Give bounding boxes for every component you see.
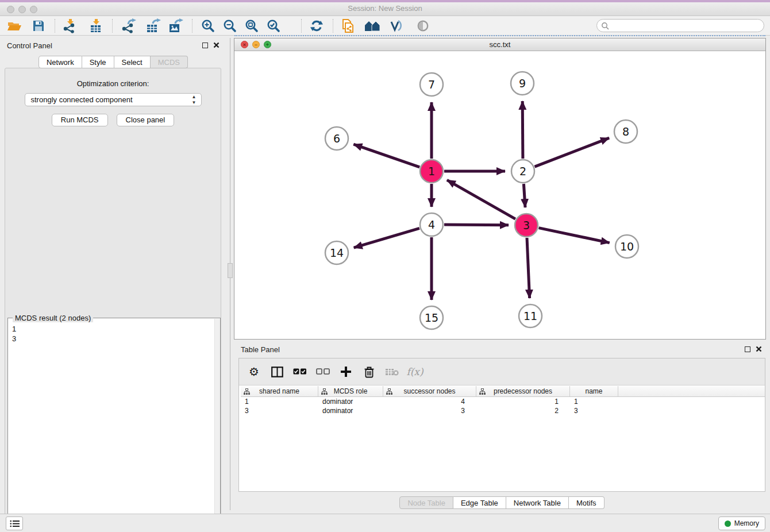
svg-text:11: 11 (523, 310, 537, 322)
criterion-select[interactable]: strongly connected component ▲▼ (25, 93, 202, 106)
memory-button[interactable]: Memory (718, 516, 765, 530)
export-table-icon (145, 18, 161, 33)
tab-mcds[interactable]: MCDS (151, 56, 188, 68)
tab-network[interactable]: Network (38, 56, 82, 68)
clone-network-button[interactable] (337, 17, 359, 34)
export-table-button[interactable] (142, 17, 164, 34)
select-all-columns-button[interactable] (292, 364, 307, 379)
table-toolbar: ⚙ (239, 358, 765, 385)
svg-text:8: 8 (622, 125, 629, 138)
graph-node-14[interactable]: 14 (325, 241, 348, 264)
graph-edge-4-3[interactable] (444, 225, 509, 225)
graph-edge-4-14[interactable] (354, 228, 419, 248)
cell-name[interactable]: 3 (570, 406, 618, 415)
table-panel: Table Panel ⚙ (234, 342, 770, 510)
control-panel-float-icon[interactable] (202, 43, 208, 48)
node-table: shared nameMCDS rolesuccessor nodesprede… (241, 386, 765, 491)
delete-table-icon (385, 367, 399, 376)
select-stepper-icon: ▲▼ (192, 94, 197, 106)
graph-edge-3-11[interactable] (527, 238, 530, 298)
tab-network-table[interactable]: Network Table (506, 496, 569, 509)
task-history-button[interactable] (6, 516, 23, 530)
network-window-title: scc.txt (234, 40, 765, 49)
zoom-selected-button[interactable] (263, 17, 284, 34)
tab-select[interactable]: Select (114, 56, 151, 68)
save-session-button[interactable] (28, 17, 49, 34)
export-network-button[interactable] (117, 17, 139, 34)
open-session-button[interactable] (3, 17, 25, 34)
cell-successor-nodes[interactable]: 4 (383, 397, 476, 406)
floppy-icon (32, 20, 45, 32)
control-panel-close-icon[interactable] (213, 42, 220, 48)
network-canvas[interactable]: 7968124314101511 (234, 51, 765, 339)
graph-node-2[interactable]: 2 (511, 160, 534, 183)
cell-name[interactable]: 1 (570, 397, 618, 406)
tab-edge-table[interactable]: Edge Table (453, 496, 506, 509)
cell-mcds-role[interactable]: dominator (318, 397, 383, 406)
graph-edge-1-6[interactable] (353, 144, 419, 167)
tab-motifs[interactable]: Motifs (569, 496, 605, 509)
cell-shared-name[interactable]: 3 (241, 406, 318, 415)
zoom-out-button[interactable] (219, 17, 241, 34)
column-type-icon (479, 388, 486, 395)
mcds-result-text[interactable]: 1 3 (9, 323, 213, 532)
select-all-icon (293, 368, 307, 375)
network-window-titlebar[interactable]: × − + scc.txt (234, 38, 765, 51)
cell-predecessor-nodes[interactable]: 1 (476, 397, 570, 406)
graph-node-7[interactable]: 7 (420, 73, 443, 96)
tab-node-table[interactable]: Node Table (399, 496, 453, 509)
result-scrollbar[interactable] (214, 319, 220, 532)
trash-icon (364, 366, 375, 378)
column-header-shared-name[interactable]: shared name (241, 386, 318, 396)
run-mcds-button[interactable]: Run MCDS (52, 114, 108, 126)
delete-column-button[interactable] (361, 364, 376, 379)
graph-node-9[interactable]: 9 (511, 72, 534, 95)
hide-graphics-details-button[interactable] (412, 17, 434, 34)
table-panel-close-icon[interactable] (756, 346, 762, 352)
graph-node-11[interactable]: 11 (519, 304, 542, 327)
svg-text:6: 6 (333, 132, 340, 145)
zoom-fit-button[interactable] (241, 17, 263, 34)
graph-node-10[interactable]: 10 (615, 235, 638, 258)
graph-edge-3-10[interactable] (539, 228, 610, 243)
column-header-successor-nodes[interactable]: successor nodes (383, 386, 476, 396)
eye-icon (417, 20, 429, 32)
graph-node-4[interactable]: 4 (420, 213, 443, 236)
show-graphics-details-button[interactable] (385, 17, 407, 34)
function-builder-button[interactable]: f(x) (407, 364, 422, 379)
function-builder-icon: f(x) (406, 366, 423, 377)
zoom-in-button[interactable] (197, 17, 219, 34)
graph-node-8[interactable]: 8 (614, 120, 637, 143)
home-button[interactable] (361, 17, 383, 34)
graph-node-3[interactable]: 3 (515, 214, 538, 237)
tab-style[interactable]: Style (82, 56, 114, 68)
add-column-button[interactable] (338, 364, 353, 379)
import-network-button[interactable] (59, 17, 80, 34)
svg-text:14: 14 (330, 246, 344, 259)
graph-edge-2-9[interactable] (522, 101, 523, 159)
import-table-button[interactable] (85, 17, 107, 34)
close-panel-button[interactable]: Close panel (117, 114, 175, 126)
search-input[interactable] (611, 21, 764, 31)
delete-table-button[interactable] (384, 364, 399, 379)
clear-column-selection-button[interactable] (315, 364, 330, 379)
graph-node-1[interactable]: 1 (420, 160, 443, 183)
cell-shared-name[interactable]: 1 (241, 397, 318, 406)
graph-edge-2-3[interactable] (523, 184, 525, 207)
cell-predecessor-nodes[interactable]: 2 (476, 406, 570, 415)
graph-node-6[interactable]: 6 (325, 127, 348, 150)
export-image-button[interactable] (164, 17, 186, 34)
column-header-predecessor-nodes[interactable]: predecessor nodes (476, 386, 570, 396)
graph-edge-2-8[interactable] (535, 138, 610, 167)
table-settings-button[interactable]: ⚙ (247, 364, 261, 379)
graph-node-15[interactable]: 15 (420, 306, 443, 329)
graph-edge-3-1[interactable] (447, 180, 515, 219)
cell-successor-nodes[interactable]: 3 (383, 406, 476, 415)
column-header-mcds-role[interactable]: MCDS role (318, 386, 383, 396)
table-panel-float-icon[interactable] (745, 346, 750, 352)
column-header-name[interactable]: name (570, 386, 618, 396)
panel-splitter-handle[interactable] (228, 263, 233, 278)
cell-mcds-role[interactable]: dominator (318, 406, 383, 415)
refresh-view-button[interactable] (306, 17, 328, 34)
column-layout-button[interactable] (270, 364, 284, 379)
